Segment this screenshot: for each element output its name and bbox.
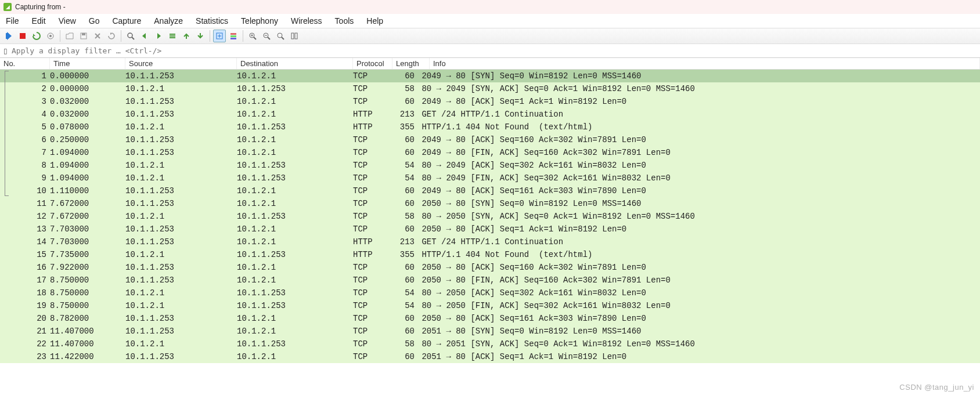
cell-time: 7.922000 [50,261,125,274]
packet-list-header[interactable]: No. Time Source Destination Protocol Len… [0,58,980,70]
cell-protocol: HTTP [353,108,392,121]
colorize-icon[interactable] [227,30,240,42]
column-time[interactable]: Time [50,58,125,69]
packet-row[interactable]: 101.11000010.1.1.25310.1.2.1TCP60 2049 →… [0,184,980,197]
stop-capture-icon[interactable] [16,30,29,42]
menu-view[interactable]: View [55,15,80,27]
cell-info: 2049 → 80 [ACK] Seq=160 Ack=302 Win=7891… [415,133,980,146]
menu-go[interactable]: Go [85,15,103,27]
cell-source: 10.1.1.253 [125,235,237,248]
restart-capture-icon[interactable] [30,30,43,42]
cell-source: 10.1.2.1 [125,210,237,223]
packet-row[interactable]: 117.67200010.1.1.25310.1.2.1TCP60 2050 →… [0,197,980,210]
column-no[interactable]: No. [0,58,50,69]
cell-destination: 10.1.2.1 [237,184,353,197]
zoom-reset-icon[interactable] [274,30,287,42]
find-packet-icon[interactable] [124,30,137,42]
cell-time: 11.407000 [50,325,125,338]
packet-row[interactable]: 91.09400010.1.2.110.1.1.253TCP54 80 → 20… [0,172,980,184]
menu-wireless[interactable]: Wireless [287,15,326,27]
cell-time: 7.703000 [50,223,125,235]
svg-rect-21 [295,33,297,39]
packet-row[interactable]: 178.75000010.1.1.25310.1.2.1TCP60 2050 →… [0,274,980,287]
cell-source: 10.1.1.253 [125,325,237,338]
go-forward-icon[interactable] [152,30,165,42]
cell-destination: 10.1.2.1 [237,133,353,146]
packet-row[interactable]: 2311.42200010.1.1.25310.1.2.1TCP60 2051 … [0,350,980,363]
packet-row[interactable]: 157.73500010.1.2.110.1.1.253HTTP355 HTTP… [0,248,980,261]
packet-row[interactable]: 81.09400010.1.2.110.1.1.253TCP54 80 → 20… [0,159,980,172]
cell-protocol: TCP [353,133,392,146]
packet-row[interactable]: 127.67200010.1.2.110.1.1.253TCP58 80 → 2… [0,210,980,223]
cell-length: 58 [392,82,415,95]
packet-row[interactable]: 198.75000010.1.2.110.1.1.253TCP54 80 → 2… [0,299,980,312]
menu-telephony[interactable]: Telephony [237,15,282,27]
first-packet-icon[interactable] [180,30,193,42]
packet-row[interactable]: 71.09400010.1.1.25310.1.2.1TCP60 2049 → … [0,146,980,159]
packet-row[interactable]: 20.00000010.1.2.110.1.1.253TCP58 80 → 20… [0,82,980,95]
cell-no: 20 [0,312,50,325]
menu-help[interactable]: Help [363,15,387,27]
column-length[interactable]: Length [392,58,430,69]
cell-info: 80 → 2049 [FIN, ACK] Seq=302 Ack=161 Win… [415,172,980,184]
last-packet-icon[interactable] [194,30,207,42]
start-capture-icon[interactable] [2,30,15,42]
cell-length: 54 [392,287,415,299]
column-source[interactable]: Source [125,58,237,69]
resize-columns-icon[interactable] [288,30,301,42]
packet-row[interactable]: 30.03200010.1.1.25310.1.2.1TCP60 2049 → … [0,95,980,108]
menu-analyze[interactable]: Analyze [150,15,186,27]
packet-row[interactable]: 167.92200010.1.1.25310.1.2.1TCP60 2050 →… [0,261,980,274]
packet-row[interactable]: 2111.40700010.1.1.25310.1.2.1TCP60 2051 … [0,325,980,338]
column-protocol[interactable]: Protocol [353,58,392,69]
display-filter-input[interactable] [10,46,980,55]
zoom-in-icon[interactable] [246,30,259,42]
cell-protocol: TCP [353,146,392,159]
cell-destination: 10.1.2.1 [237,223,353,235]
auto-scroll-icon[interactable] [213,30,226,42]
capture-options-icon[interactable] [44,30,57,42]
column-info[interactable]: Info [430,58,980,69]
cell-length: 54 [392,299,415,312]
cell-time: 1.094000 [50,146,125,159]
cell-destination: 10.1.2.1 [237,274,353,287]
cell-destination: 10.1.1.253 [237,248,353,261]
packet-row[interactable]: 50.07800010.1.2.110.1.1.253HTTP355 HTTP/… [0,121,980,133]
go-back-icon[interactable] [138,30,151,42]
zoom-out-icon[interactable] [260,30,273,42]
packet-row[interactable]: 10.00000010.1.1.25310.1.2.1TCP60 2049 → … [0,70,980,82]
menu-capture[interactable]: Capture [109,15,145,27]
goto-packet-icon[interactable] [166,30,179,42]
svg-rect-9 [170,37,175,38]
packet-row[interactable]: 208.78200010.1.1.25310.1.2.1TCP60 2050 →… [0,312,980,325]
cell-time: 11.407000 [50,338,125,350]
packet-row[interactable]: 2211.40700010.1.2.110.1.1.253TCP58 80 → … [0,338,980,350]
menu-file[interactable]: File [2,15,23,27]
packet-row[interactable]: 60.25000010.1.1.25310.1.2.1TCP60 2049 → … [0,133,980,146]
packet-row[interactable]: 188.75000010.1.2.110.1.1.253TCP54 80 → 2… [0,287,980,299]
cell-source: 10.1.1.253 [125,108,237,121]
reload-icon[interactable] [105,30,118,42]
menu-statistics[interactable]: Statistics [192,15,232,27]
menu-tools[interactable]: Tools [332,15,358,27]
packet-row[interactable]: 40.03200010.1.1.25310.1.2.1HTTP213 GET /… [0,108,980,121]
cell-length: 60 [392,325,415,338]
open-file-icon[interactable] [63,30,76,42]
cell-time: 7.735000 [50,248,125,261]
packet-list[interactable]: 10.00000010.1.1.25310.1.2.1TCP60 2049 → … [0,70,980,363]
packet-row[interactable]: 137.70300010.1.1.25310.1.2.1TCP60 2050 →… [0,223,980,235]
menu-edit[interactable]: Edit [28,15,49,27]
cell-destination: 10.1.2.1 [237,108,353,121]
cell-protocol: TCP [353,95,392,108]
cell-length: 54 [392,159,415,172]
filter-bookmark-icon[interactable]: ▯ [0,47,10,55]
packet-row[interactable]: 147.70300010.1.1.25310.1.2.1HTTP213 GET … [0,235,980,248]
cell-protocol: TCP [353,223,392,235]
column-destination[interactable]: Destination [237,58,353,69]
cell-source: 10.1.1.253 [125,95,237,108]
cell-no: 23 [0,350,50,363]
close-file-icon[interactable] [91,30,104,42]
save-file-icon[interactable] [77,30,90,42]
cell-time: 7.672000 [50,197,125,210]
cell-time: 7.703000 [50,235,125,248]
